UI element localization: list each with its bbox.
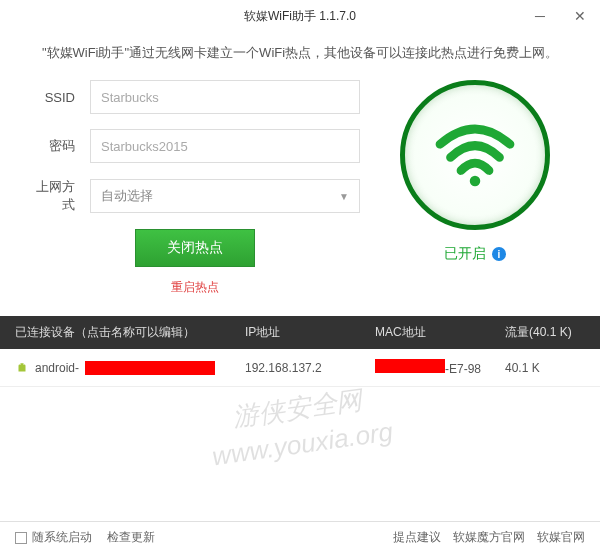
wifi-icon — [430, 118, 520, 192]
header-devices: 已连接设备（点击名称可以编辑） — [15, 324, 245, 341]
footer: 随系统启动 检查更新 提点建议 软媒魔方官网 软媒官网 — [0, 521, 600, 553]
watermark: 游侠安全网 www.youxia.org — [205, 378, 395, 475]
official-link[interactable]: 软媒官网 — [537, 529, 585, 546]
window-title: 软媒WiFi助手 1.1.7.0 — [244, 8, 356, 25]
restart-hotspot-link[interactable]: 重启热点 — [171, 280, 219, 294]
suggest-link[interactable]: 提点建议 — [393, 529, 441, 546]
header-traffic: 流量(40.1 K) — [505, 324, 585, 341]
startup-label: 随系统启动 — [32, 530, 92, 544]
footer-left: 随系统启动 检查更新 — [15, 529, 155, 546]
minimize-button[interactable]: ─ — [520, 0, 560, 32]
button-row: 关闭热点 — [30, 229, 360, 267]
device-cell[interactable]: android- — [15, 361, 245, 375]
mac-cell: -E7-98 — [375, 359, 505, 376]
ssid-input[interactable] — [90, 80, 360, 114]
header-ip: IP地址 — [245, 324, 375, 341]
table-header: 已连接设备（点击名称可以编辑） IP地址 MAC地址 流量(40.1 K) — [0, 316, 600, 349]
android-icon — [15, 361, 29, 375]
svg-point-0 — [470, 176, 481, 187]
traffic-cell: 40.1 K — [505, 361, 585, 375]
redacted-mac — [375, 359, 445, 373]
ssid-label: SSID — [30, 90, 90, 105]
startup-checkbox-wrapper[interactable]: 随系统启动 — [15, 529, 92, 546]
wifi-circle — [400, 80, 550, 230]
method-row: 上网方式 自动选择 ▼ — [30, 178, 360, 214]
app-description: "软媒WiFi助手"通过无线网卡建立一个WiFi热点，其他设备可以连接此热点进行… — [0, 32, 600, 70]
close-button[interactable]: ✕ — [560, 0, 600, 32]
checkbox-icon — [15, 532, 27, 544]
chevron-down-icon: ▼ — [339, 191, 349, 202]
footer-right: 提点建议 软媒魔方官网 软媒官网 — [393, 529, 585, 546]
titlebar: 软媒WiFi助手 1.1.7.0 ─ ✕ — [0, 0, 600, 32]
redacted-device — [85, 361, 215, 375]
mac-suffix: -E7-98 — [445, 362, 481, 376]
table-row: android- 192.168.137.2 -E7-98 40.1 K — [0, 349, 600, 387]
method-select[interactable]: 自动选择 ▼ — [90, 179, 360, 213]
devices-table: 已连接设备（点击名称可以编辑） IP地址 MAC地址 流量(40.1 K) an… — [0, 316, 600, 387]
svg-point-2 — [23, 363, 24, 364]
status-row: 已开启 i — [444, 245, 506, 263]
restart-row: 重启热点 — [30, 277, 360, 296]
device-prefix: android- — [35, 361, 79, 375]
svg-point-1 — [20, 363, 21, 364]
method-label: 上网方式 — [30, 178, 90, 214]
password-row: 密码 — [30, 129, 360, 163]
check-update-link[interactable]: 检查更新 — [107, 529, 155, 546]
status-text: 已开启 — [444, 245, 486, 263]
titlebar-controls: ─ ✕ — [520, 0, 600, 32]
ssid-row: SSID — [30, 80, 360, 114]
close-hotspot-button[interactable]: 关闭热点 — [135, 229, 255, 267]
wifi-indicator: 已开启 i — [390, 80, 560, 296]
main-content: SSID 密码 上网方式 自动选择 ▼ 关闭热点 重启热点 — [0, 70, 600, 306]
form-section: SSID 密码 上网方式 自动选择 ▼ 关闭热点 重启热点 — [30, 80, 360, 296]
password-label: 密码 — [30, 137, 90, 155]
password-input[interactable] — [90, 129, 360, 163]
mofang-link[interactable]: 软媒魔方官网 — [453, 529, 525, 546]
info-icon[interactable]: i — [492, 247, 506, 261]
method-value: 自动选择 — [101, 187, 153, 205]
header-mac: MAC地址 — [375, 324, 505, 341]
ip-cell: 192.168.137.2 — [245, 361, 375, 375]
